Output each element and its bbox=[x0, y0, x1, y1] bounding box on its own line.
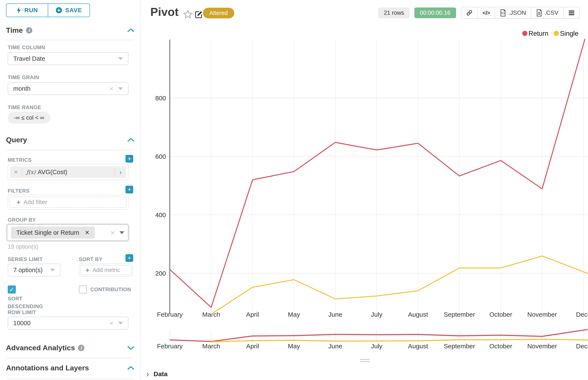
time-range-chip[interactable]: -∞ ≤ col < ∞ bbox=[8, 112, 50, 124]
info-icon: i bbox=[26, 27, 32, 34]
info-icon: i bbox=[78, 345, 84, 351]
group-by-label: GROUP BY bbox=[8, 217, 36, 223]
query-section-title: Query bbox=[6, 136, 27, 144]
sort-by-label: SORT BY bbox=[79, 256, 102, 262]
sort-by-field: + Add metric bbox=[79, 264, 133, 276]
svg-text:August: August bbox=[408, 311, 428, 318]
metric-chip[interactable]: × ƒ(x) AVG(Cost) › bbox=[10, 166, 126, 178]
resize-drag-handle[interactable] bbox=[360, 359, 370, 363]
add-filter-button[interactable]: + bbox=[125, 186, 133, 193]
chevron-right-icon[interactable]: › bbox=[115, 168, 126, 176]
chevron-down-icon[interactable] bbox=[127, 345, 135, 350]
series-limit-select[interactable]: 7 option(s) bbox=[8, 264, 61, 276]
chevron-up-icon[interactable] bbox=[127, 366, 135, 370]
svg-text:October: October bbox=[489, 311, 512, 318]
time-range-label: TIME RANGE bbox=[8, 104, 41, 110]
clear-icon[interactable]: × bbox=[110, 229, 115, 236]
svg-text:800: 800 bbox=[155, 95, 166, 102]
svg-text:October: October bbox=[489, 342, 512, 350]
metrics-field: × ƒ(x) AVG(Cost) › bbox=[8, 164, 128, 180]
chevron-down-icon bbox=[118, 322, 123, 324]
remove-chip-icon[interactable]: ✕ bbox=[85, 229, 89, 236]
svg-text:July: July bbox=[371, 342, 382, 350]
row-limit-select[interactable]: 10000 × bbox=[8, 317, 128, 329]
time-grain-value: month bbox=[13, 85, 31, 92]
run-save-buttons: RUN SAVE bbox=[6, 3, 90, 17]
svg-text:Dece: Dece bbox=[576, 311, 588, 318]
group-by-chip-label: Ticket Single or Return bbox=[16, 229, 79, 236]
contribution-label: CONTRIBUTION bbox=[90, 286, 131, 293]
clear-icon[interactable]: × bbox=[109, 85, 114, 92]
checkbox-unchecked-icon[interactable] bbox=[79, 285, 87, 294]
svg-text:March: March bbox=[202, 311, 220, 318]
plus-icon: + bbox=[17, 198, 20, 206]
add-sort-metric-dropzone[interactable]: + Add metric bbox=[80, 265, 131, 275]
time-column-label: TIME COLUMN bbox=[8, 44, 45, 51]
add-metric-label: Add metric bbox=[93, 267, 120, 273]
time-section-header[interactable]: Time i bbox=[6, 26, 135, 35]
svg-text:200: 200 bbox=[155, 270, 166, 277]
chart-panel: Pivot Altered 21 rows 00:00:00.16 </> .J… bbox=[141, 0, 588, 380]
annotations-title: Annotations and Layers bbox=[6, 364, 89, 372]
row-limit-value: 10000 bbox=[13, 320, 31, 327]
time-grain-select[interactable]: month × bbox=[8, 82, 128, 95]
sort-descending-control[interactable]: ✓ SORT DESCENDING bbox=[8, 285, 57, 310]
svg-text:February: February bbox=[157, 311, 183, 318]
svg-text:April: April bbox=[246, 342, 259, 350]
add-metric-button[interactable]: + bbox=[125, 155, 133, 163]
group-by-select[interactable]: Ticket Single or Return ✕ × bbox=[7, 224, 128, 241]
svg-text:May: May bbox=[288, 311, 300, 318]
series-limit-label: SERIES LIMIT bbox=[8, 256, 43, 262]
remove-metric-icon[interactable]: × bbox=[10, 168, 22, 176]
time-column-value: Travel Date bbox=[13, 55, 45, 62]
query-section-header[interactable]: Query bbox=[6, 136, 135, 144]
control-sidebar: RUN SAVE Time i TIME COLUMN Travel Date … bbox=[0, 0, 141, 380]
data-panel-title: Data bbox=[154, 370, 167, 378]
chevron-down-icon bbox=[50, 269, 55, 271]
add-sort-metric-button[interactable]: + bbox=[125, 254, 133, 262]
run-button-label: RUN bbox=[24, 7, 38, 14]
svg-text:August: August bbox=[408, 342, 428, 350]
data-panel-toggle[interactable]: › Data bbox=[146, 370, 167, 378]
svg-text:February: February bbox=[157, 342, 183, 350]
chevron-up-icon[interactable] bbox=[127, 138, 135, 142]
chevron-down-icon bbox=[118, 57, 123, 60]
group-by-hint: 19 option(s) bbox=[8, 244, 38, 250]
row-limit-label: ROW LIMIT bbox=[8, 309, 36, 315]
svg-text:April: April bbox=[246, 311, 259, 318]
contribution-control[interactable]: CONTRIBUTION bbox=[79, 285, 135, 294]
chevron-right-icon: › bbox=[146, 369, 149, 379]
svg-text:June: June bbox=[328, 342, 342, 350]
svg-text:March: March bbox=[202, 342, 220, 350]
group-by-chip[interactable]: Ticket Single or Return ✕ bbox=[11, 227, 95, 239]
filters-field: + Add filter bbox=[8, 195, 128, 210]
sort-descending-label: SORT DESCENDING bbox=[8, 295, 57, 310]
add-filter-dropzone[interactable]: + Add filter bbox=[10, 197, 126, 208]
clear-icon[interactable]: × bbox=[109, 320, 114, 327]
save-button[interactable]: SAVE bbox=[48, 4, 89, 17]
time-range-value: -∞ ≤ col < ∞ bbox=[14, 114, 44, 121]
run-button[interactable]: RUN bbox=[6, 4, 48, 17]
svg-text:Single: Single bbox=[560, 30, 578, 37]
svg-text:May: May bbox=[288, 342, 300, 350]
svg-text:Return: Return bbox=[528, 30, 548, 37]
svg-text:600: 600 bbox=[155, 153, 166, 160]
svg-text:September: September bbox=[444, 311, 475, 318]
time-grain-label: TIME GRAIN bbox=[8, 75, 39, 80]
svg-text:June: June bbox=[328, 311, 342, 318]
time-column-select[interactable]: Travel Date bbox=[8, 52, 128, 65]
time-section-title: Time bbox=[6, 26, 23, 35]
chart-canvas[interactable]: 200400600800FebruaryFebruaryMarchMarchAp… bbox=[141, 0, 588, 380]
function-icon: ƒ(x) bbox=[26, 169, 36, 175]
svg-text:November: November bbox=[527, 311, 557, 318]
advanced-analytics-header[interactable]: Advanced Analytics i bbox=[6, 344, 135, 352]
metric-chip-label: AVG(Cost) bbox=[38, 169, 67, 176]
checkbox-checked-icon[interactable]: ✓ bbox=[8, 285, 16, 294]
annotations-header[interactable]: Annotations and Layers bbox=[6, 364, 135, 372]
chevron-up-icon[interactable] bbox=[127, 28, 135, 33]
lightning-bolt-icon bbox=[16, 7, 21, 14]
series-limit-value: 7 option(s) bbox=[13, 266, 43, 274]
svg-text:November: November bbox=[527, 342, 557, 350]
section-divider bbox=[6, 379, 134, 379]
chevron-down-icon bbox=[118, 87, 123, 90]
